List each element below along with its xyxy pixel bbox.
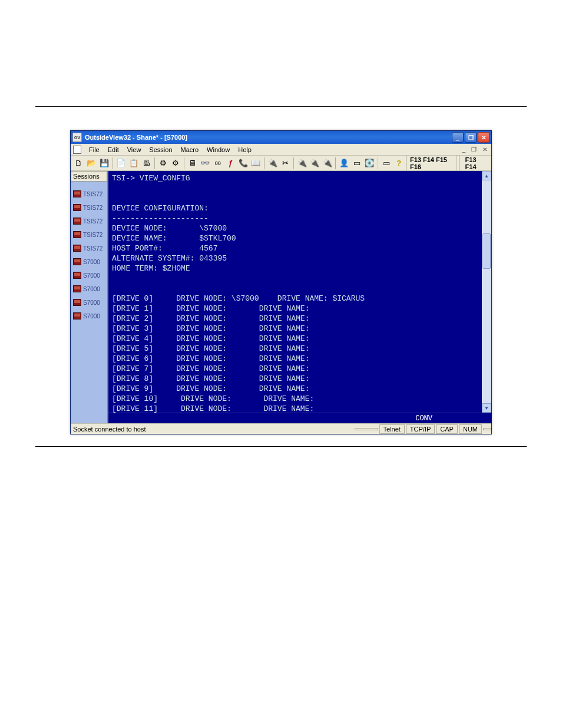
save-icon[interactable]: 💾 — [98, 157, 110, 170]
glasses-icon[interactable]: 👓 — [199, 157, 211, 170]
vertical-scrollbar[interactable]: ▲ ▼ — [482, 171, 491, 413]
session1-icon[interactable]: 🔌 — [296, 157, 308, 170]
connect-icon[interactable]: 🔌 — [267, 157, 279, 170]
menu-help[interactable]: Help — [234, 145, 256, 154]
app-window: ov OutsideView32 - Shane* - [S7000] _ ❐ … — [70, 130, 492, 434]
help-icon[interactable]: ? — [393, 157, 405, 170]
menubar: File Edit View Session Macro Window Help… — [71, 144, 491, 156]
window-title: OutsideView32 - Shane* - [S7000] — [85, 134, 452, 141]
page-divider-bottom — [35, 446, 527, 447]
terminal-wrap: TSI-> VIEW_CONFIG DEVICE CONFIGURATION: … — [107, 171, 491, 423]
session-item[interactable]: S7000 — [71, 255, 107, 269]
fkeys-right: F13 F14 — [459, 155, 489, 172]
book-icon[interactable]: 📖 — [250, 157, 262, 170]
session-item[interactable]: TSIS72 — [71, 228, 107, 242]
session-label: S7000 — [83, 286, 100, 292]
toolbar-separator — [264, 157, 265, 169]
mdi-minimize[interactable]: _ — [460, 146, 467, 153]
page-divider-top — [35, 106, 527, 107]
new-icon[interactable]: 🗋 — [73, 157, 85, 170]
menu-view[interactable]: View — [123, 145, 146, 154]
menu-file[interactable]: File — [85, 145, 104, 154]
terminal-icon — [73, 231, 81, 238]
fkey-label[interactable]: F13 F14 F15 F16 — [408, 155, 456, 172]
terminal-icon — [73, 218, 81, 225]
box-icon[interactable]: ▭ — [351, 157, 363, 170]
session-item[interactable]: S7000 — [71, 296, 107, 309]
phone-icon[interactable]: 📞 — [237, 157, 249, 170]
mdi-close[interactable]: ✕ — [481, 146, 489, 153]
user-icon[interactable]: 👤 — [338, 157, 350, 170]
status-cell-cap: CAP — [436, 424, 458, 434]
rect-icon[interactable]: ▭ — [381, 157, 392, 170]
toolbar-separator — [335, 157, 336, 169]
scroll-down-icon[interactable]: ▼ — [482, 403, 491, 413]
copy-icon[interactable]: 📄 — [115, 157, 127, 170]
bits-icon[interactable]: 00 — [212, 157, 224, 170]
fx-icon[interactable]: ƒ — [224, 157, 236, 170]
terminal-icon — [73, 245, 81, 252]
session-label: TSIS72 — [83, 232, 103, 238]
session-item[interactable]: S7000 — [71, 269, 107, 282]
terminal-icon — [73, 272, 81, 279]
menu-macro[interactable]: Macro — [177, 145, 203, 154]
app-icon: ov — [72, 133, 82, 142]
settings1-icon[interactable]: ⚙ — [157, 157, 169, 170]
status-cell-tcpip: TCP/IP — [406, 424, 435, 434]
session-item[interactable]: TSIS72 — [71, 187, 107, 201]
toolbar-separator — [293, 157, 294, 169]
scroll-thumb[interactable] — [482, 233, 491, 269]
scroll-up-icon[interactable]: ▲ — [482, 171, 491, 180]
open-icon[interactable]: 📂 — [86, 157, 98, 170]
session-label: TSIS72 — [83, 245, 103, 252]
fkey-label[interactable]: F13 F14 — [463, 155, 488, 172]
sessions-list: TSIS72 TSIS72 TSIS72 TSIS72 TSIS72 S7000… — [71, 182, 107, 323]
menu-edit[interactable]: Edit — [104, 145, 123, 154]
session-item[interactable]: TSIS72 — [71, 215, 107, 228]
settings2-icon[interactable]: ⚙ — [170, 157, 181, 170]
disk-icon[interactable]: 💽 — [363, 157, 375, 170]
titlebar[interactable]: ov OutsideView32 - Shane* - [S7000] _ ❐ … — [71, 131, 491, 144]
sessions-panel: Sessions TSIS72 TSIS72 TSIS72 TSIS72 TSI… — [71, 171, 107, 423]
status-cell — [355, 428, 378, 430]
session3-icon[interactable]: 🔌 — [322, 157, 333, 170]
menu-session[interactable]: Session — [145, 145, 176, 154]
close-button[interactable]: ✕ — [478, 132, 490, 143]
toolbar-separator — [378, 157, 378, 169]
terminal-icon — [73, 190, 81, 197]
disconnect-icon[interactable]: ✂ — [279, 157, 291, 170]
status-cell-telnet: Telnet — [379, 424, 405, 434]
menu-window[interactable]: Window — [203, 145, 234, 154]
print-icon[interactable]: 🖶 — [141, 157, 153, 170]
status-message: Socket connected to host — [71, 426, 353, 433]
session-item[interactable]: TSIS72 — [71, 201, 107, 215]
session-label: S7000 — [83, 299, 100, 306]
minimize-button[interactable]: _ — [452, 132, 464, 143]
terminal-area[interactable]: TSI-> VIEW_CONFIG DEVICE CONFIGURATION: … — [108, 171, 491, 413]
status-cell-num: NUM — [459, 424, 482, 434]
document-icon[interactable] — [73, 146, 81, 154]
session-label: S7000 — [83, 272, 100, 279]
session-label: S7000 — [83, 259, 100, 265]
workarea: Sessions TSIS72 TSIS72 TSIS72 TSIS72 TSI… — [71, 171, 491, 423]
status-cell — [483, 428, 491, 430]
paste-icon[interactable]: 📋 — [128, 157, 140, 170]
session-item[interactable]: S7000 — [71, 309, 107, 323]
toolbar-separator — [154, 157, 155, 169]
maximize-button[interactable]: ❐ — [465, 132, 477, 143]
window-controls: _ ❐ ✕ — [452, 132, 490, 143]
session-label: TSIS72 — [83, 218, 103, 225]
scroll-track[interactable] — [482, 180, 491, 403]
toolbar-separator — [184, 157, 184, 169]
sessions-header[interactable]: Sessions — [71, 171, 107, 182]
mdi-restore[interactable]: ❐ — [470, 146, 478, 153]
terminal-mode: CONV — [108, 413, 491, 423]
session-item[interactable]: S7000 — [71, 282, 107, 296]
terminal-icon — [73, 285, 81, 292]
monitor-icon[interactable]: 🖥 — [187, 157, 199, 170]
session-label: TSIS72 — [83, 205, 103, 211]
session2-icon[interactable]: 🔌 — [309, 157, 320, 170]
session-item[interactable]: TSIS72 — [71, 242, 107, 255]
session-label: TSIS72 — [83, 191, 103, 197]
statusbar: Socket connected to host Telnet TCP/IP C… — [71, 423, 491, 434]
